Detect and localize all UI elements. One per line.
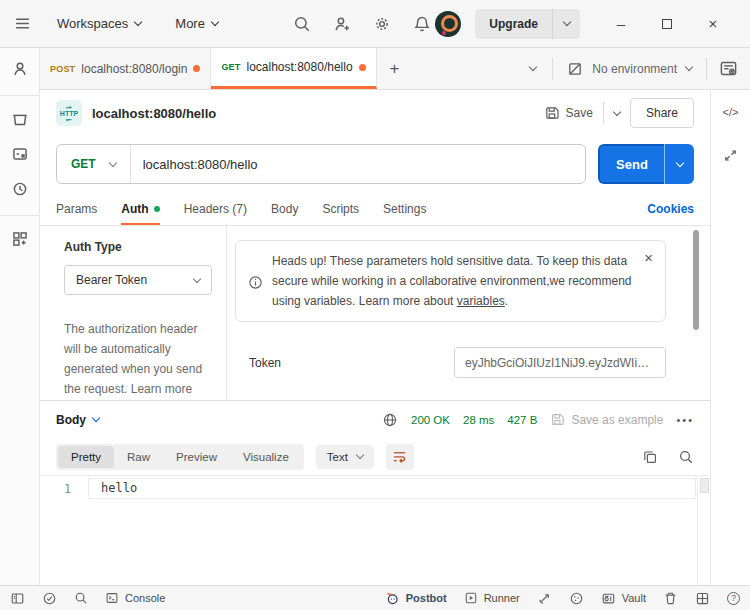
view-tab-pretty[interactable]: Pretty — [58, 446, 114, 468]
upgrade-button[interactable]: Upgrade — [475, 9, 580, 39]
capture-requests-icon[interactable] — [537, 591, 552, 606]
sidebar-collections-icon[interactable] — [11, 110, 29, 128]
response-scrollbar[interactable] — [697, 476, 710, 585]
auth-type-select[interactable]: Bearer Token — [64, 265, 212, 295]
toggle-sidebar-icon[interactable] — [10, 591, 25, 606]
share-button[interactable]: Share — [630, 98, 694, 128]
save-button[interactable]: Save — [544, 105, 593, 121]
console-icon — [105, 591, 119, 605]
sidebar-history-icon[interactable] — [11, 180, 29, 198]
postbot-label: Postbot — [406, 592, 447, 604]
vault-button[interactable]: Vault — [601, 591, 646, 606]
tab-overflow-chevron[interactable] — [514, 48, 552, 89]
workspaces-menu[interactable]: Workspaces — [57, 16, 141, 31]
settings-gear-icon[interactable] — [373, 15, 391, 33]
sidebar-user-icon[interactable] — [11, 60, 29, 78]
status-code[interactable]: 200 OK — [411, 414, 450, 426]
user-avatar[interactable] — [435, 11, 461, 37]
environment-selector[interactable]: No environment — [553, 48, 706, 89]
new-tab-button[interactable]: + — [377, 48, 413, 89]
runner-button[interactable]: Runner — [464, 591, 520, 605]
trash-icon[interactable] — [663, 591, 678, 606]
chevron-down-icon — [134, 18, 142, 26]
response-body-editor[interactable]: 1 hello — [40, 475, 710, 585]
auth-type-panel: Auth Type Bearer Token The authorization… — [40, 226, 227, 400]
tab-title: localhost:8080/hello — [247, 60, 353, 74]
upgrade-dropdown[interactable] — [552, 9, 580, 39]
tab-params[interactable]: Params — [56, 192, 97, 225]
search-response-icon[interactable] — [678, 449, 694, 465]
request-header: ⇀ HTTP ↽ localhost:8080/hello Save — [40, 90, 710, 136]
tab-auth[interactable]: Auth — [121, 192, 159, 225]
save-dropdown-chevron[interactable] — [614, 112, 620, 115]
minimize-button[interactable]: – — [598, 15, 644, 32]
send-button[interactable]: Send — [598, 144, 664, 184]
search-icon[interactable] — [293, 15, 311, 33]
arrow-left-glyph: ↽ — [66, 117, 72, 122]
auth-panel: Auth Type Bearer Token The authorization… — [40, 226, 710, 400]
url-box: GET — [56, 144, 586, 184]
split-panes-icon[interactable] — [695, 591, 710, 606]
view-tab-preview[interactable]: Preview — [163, 446, 230, 468]
close-button[interactable]: × — [690, 15, 736, 32]
rail-divider — [0, 215, 39, 216]
send-label: Send — [616, 157, 648, 172]
token-input[interactable] — [454, 347, 666, 378]
tab-body[interactable]: Body — [271, 192, 298, 225]
network-globe-icon[interactable] — [382, 412, 398, 428]
expand-panel-icon[interactable] — [723, 148, 738, 163]
sensitive-data-callout: Heads up! These parameters hold sensitiv… — [235, 240, 666, 322]
code-snippet-icon[interactable]: </> — [723, 106, 739, 118]
invite-user-icon[interactable] — [333, 15, 351, 33]
scrollbar-thumb[interactable] — [700, 478, 709, 493]
environment-quick-look-icon[interactable] — [707, 48, 750, 89]
maximize-button[interactable] — [644, 15, 690, 32]
save-floppy-icon — [550, 412, 565, 427]
cookies-icon[interactable] — [569, 591, 584, 606]
divider — [603, 102, 604, 124]
auth-scrollbar[interactable] — [693, 230, 699, 330]
copy-icon[interactable] — [642, 449, 658, 465]
response-time[interactable]: 28 ms — [463, 414, 494, 426]
response-more-actions[interactable]: ••• — [676, 414, 694, 426]
more-menu[interactable]: More — [175, 16, 218, 31]
vault-icon — [601, 591, 616, 606]
tab-headers[interactable]: Headers (7) — [184, 192, 247, 225]
help-icon[interactable]: ? — [727, 592, 740, 605]
sidebar-environments-icon[interactable] — [11, 145, 29, 163]
send-options-chevron[interactable] — [664, 144, 694, 184]
request-tab-hello-active[interactable]: GET localhost:8080/hello — [211, 48, 376, 89]
response-body-selector[interactable]: Body — [56, 413, 99, 427]
tab-scripts[interactable]: Scripts — [322, 192, 359, 225]
cookies-link[interactable]: Cookies — [647, 202, 694, 216]
save-floppy-icon — [544, 105, 560, 121]
format-selector[interactable]: Text — [316, 445, 374, 469]
no-environment-icon — [567, 61, 583, 77]
response-size[interactable]: 427 B — [507, 414, 537, 426]
http-protocol-icon: ⇀ HTTP ↽ — [56, 100, 82, 126]
variables-link[interactable]: variables — [457, 294, 505, 308]
find-icon[interactable] — [74, 591, 88, 605]
view-tab-raw[interactable]: Raw — [114, 446, 163, 468]
console-button[interactable]: Console — [105, 591, 165, 605]
view-tab-visualize[interactable]: Visualize — [230, 446, 302, 468]
callout-text: Heads up! These parameters hold sensitiv… — [272, 254, 632, 308]
hamburger-menu-icon[interactable] — [14, 15, 31, 32]
request-title: localhost:8080/hello — [92, 106, 216, 121]
save-as-example-button[interactable]: Save as example — [550, 412, 663, 427]
workspaces-label: Workspaces — [57, 16, 128, 31]
check-circle-icon[interactable] — [42, 591, 57, 606]
request-tab-login[interactable]: POST localhost:8080/login — [40, 48, 211, 89]
wrap-lines-button[interactable] — [386, 444, 414, 470]
notifications-bell-icon[interactable] — [413, 15, 431, 33]
console-label: Console — [125, 592, 165, 604]
postbot-icon — [385, 591, 400, 606]
method-selector[interactable]: GET — [57, 157, 130, 171]
url-input[interactable] — [131, 157, 585, 172]
callout-close-icon[interactable]: × — [644, 251, 653, 311]
tab-settings[interactable]: Settings — [383, 192, 426, 225]
sidebar-more-blocks-icon[interactable] — [11, 230, 29, 248]
chevron-down-icon — [685, 63, 693, 71]
postbot-button[interactable]: Postbot — [385, 591, 447, 606]
code-line: 1 hello — [40, 478, 710, 499]
